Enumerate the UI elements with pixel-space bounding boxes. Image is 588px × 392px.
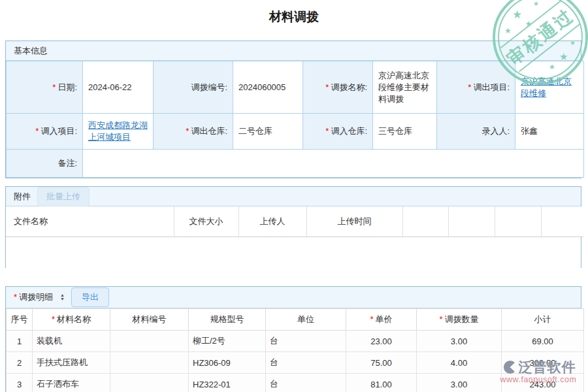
cell-spec-model: 柳工/2号: [189, 331, 266, 352]
in-project-label: *调入项目:: [7, 114, 83, 150]
recorder-value: 张鑫: [515, 114, 584, 150]
cell-spec-model: HZ322-01: [189, 374, 266, 392]
remark-value: [83, 150, 584, 178]
required-marker: *: [14, 292, 17, 302]
cell-unit-price: 75.00: [346, 352, 417, 374]
required-marker: *: [35, 126, 39, 136]
cell-seq: 1: [7, 331, 33, 352]
page-title: 材料调拨: [0, 8, 588, 25]
star-icon: ★: [504, 26, 512, 35]
in-project-value: 西安成都路龙湖上河城项目: [83, 114, 154, 150]
required-marker: *: [325, 126, 329, 136]
detail-row: 2 手扶式压路机 HZ306-09 台 75.00 4.00 300.00: [7, 352, 584, 374]
cell-transfer-qty: 3.00: [417, 374, 502, 392]
required-marker: *: [52, 82, 56, 92]
detail-header-row: 序号 *材料名称 材料编号 规格型号 单位 *单价 *调拨数量 小计: [7, 309, 584, 331]
basic-info-section-header: 基本信息: [6, 41, 581, 61]
cell-unit: 台: [266, 331, 346, 352]
cell-material-name: 石子洒布车: [33, 374, 110, 392]
cell-spec-model: HZ306-09: [189, 352, 266, 374]
required-marker: *: [439, 314, 442, 324]
col-transfer-qty: *调拨数量: [417, 309, 502, 331]
detail-row: 1 装载机 柳工/2号 台 23.00 3.00 69.00: [7, 331, 584, 352]
out-warehouse-label: *调出仓库:: [154, 114, 233, 150]
cell-transfer-qty: 4.00: [417, 352, 502, 374]
sort-spinner-icon[interactable]: ▲▼: [60, 293, 65, 301]
required-marker: *: [468, 82, 471, 92]
detail-section-title: *调拨明细: [14, 291, 53, 303]
cell-unit-price: 23.00: [346, 331, 417, 352]
export-button[interactable]: 导出: [71, 287, 109, 307]
required-marker: *: [370, 314, 373, 324]
recorder-label: 录入人:: [437, 114, 515, 150]
col-material-name: *材料名称: [33, 309, 110, 331]
col-unit: 单位: [266, 309, 346, 331]
attachments-section-header: 附件 批量上传: [6, 187, 581, 206]
attach-col-empty: [448, 206, 495, 237]
required-marker: *: [186, 126, 189, 136]
cell-seq: 2: [7, 352, 33, 374]
in-warehouse-value: 三号仓库: [373, 114, 437, 150]
cell-material-name: 手扶式压路机: [33, 352, 110, 374]
detail-panel: *调拨明细 ▲▼ 导出 序号 *材料名称 材料编号 规格型号 单位 *单价 *调…: [5, 286, 581, 392]
date-value: 2024-06-22: [83, 61, 154, 114]
out-project-value: 京沪高速北京段维修: [515, 61, 584, 114]
attach-col-uploadtime: 上传时间: [306, 206, 402, 237]
detail-table: 序号 *材料名称 材料编号 规格型号 单位 *单价 *调拨数量 小计 1 装载机…: [6, 308, 584, 392]
cell-unit-price: 81.00: [346, 374, 417, 392]
cell-subtotal: 300.00: [502, 352, 584, 374]
cell-material-code: [110, 374, 189, 392]
attach-col-filename: 文件名称: [6, 206, 174, 237]
basic-info-grid: *日期: 2024-06-22 调拨编号: 2024060005 *调拨名称: …: [6, 61, 584, 178]
col-seq: 序号: [7, 309, 33, 331]
cell-material-code: [110, 352, 189, 374]
detail-row: 3 石子洒布车 HZ322-01 台 81.00 3.00 243.00: [7, 374, 584, 392]
out-project-link[interactable]: 京沪高速北京段维修: [521, 76, 572, 98]
required-marker: *: [52, 314, 55, 324]
cell-material-code: [110, 331, 189, 352]
attach-col-empty: [541, 206, 583, 237]
attachments-panel: 附件 批量上传 文件名称 文件大小 上传人 上传时间: [5, 186, 581, 268]
out-warehouse-value: 二号仓库: [233, 114, 303, 150]
transfer-name-value: 京沪高速北京段维修主要材料调拨: [373, 61, 437, 114]
cell-material-name: 装载机: [33, 331, 110, 352]
attachments-section-title: 附件: [14, 191, 31, 203]
date-label: *日期:: [7, 61, 83, 114]
cell-subtotal: 243.00: [502, 374, 584, 392]
basic-info-section-title: 基本信息: [14, 45, 48, 57]
cell-unit: 台: [266, 352, 346, 374]
batch-upload-button[interactable]: 批量上传: [37, 187, 90, 206]
col-subtotal: 小计: [502, 309, 584, 331]
cell-transfer-qty: 3.00: [417, 331, 502, 352]
transfer-no-value: 2024060005: [233, 61, 303, 114]
cell-seq: 3: [7, 374, 33, 392]
attach-col-uploader: 上传人: [238, 206, 306, 237]
col-spec-model: 规格型号: [189, 309, 266, 331]
in-project-link[interactable]: 西安成都路龙湖上河城项目: [88, 120, 148, 142]
star-icon: ★: [533, 0, 539, 7]
col-material-code: 材料编号: [110, 309, 189, 331]
detail-section-header: *调拨明细 ▲▼ 导出: [6, 287, 581, 308]
required-marker: *: [325, 82, 329, 92]
basic-info-panel: 基本信息 *日期: 2024-06-22 调拨编号: 2024060005 *调…: [5, 41, 581, 178]
attach-col-empty: [495, 206, 541, 237]
remark-label: 备注:: [7, 150, 83, 178]
attach-col-filesize: 文件大小: [174, 206, 238, 237]
in-warehouse-label: *调入仓库:: [303, 114, 373, 150]
transfer-name-label: *调拨名称:: [303, 61, 373, 114]
attach-col-empty: [402, 206, 448, 237]
out-project-label: *调出项目:: [437, 61, 515, 114]
attachments-table: 文件名称 文件大小 上传人 上传时间: [6, 206, 583, 237]
col-unit-price: *单价: [346, 309, 417, 331]
cell-unit: 台: [266, 374, 346, 392]
cell-subtotal: 69.00: [502, 331, 584, 352]
transfer-no-label: 调拨编号:: [154, 61, 233, 114]
attachments-empty-area: [6, 237, 581, 269]
